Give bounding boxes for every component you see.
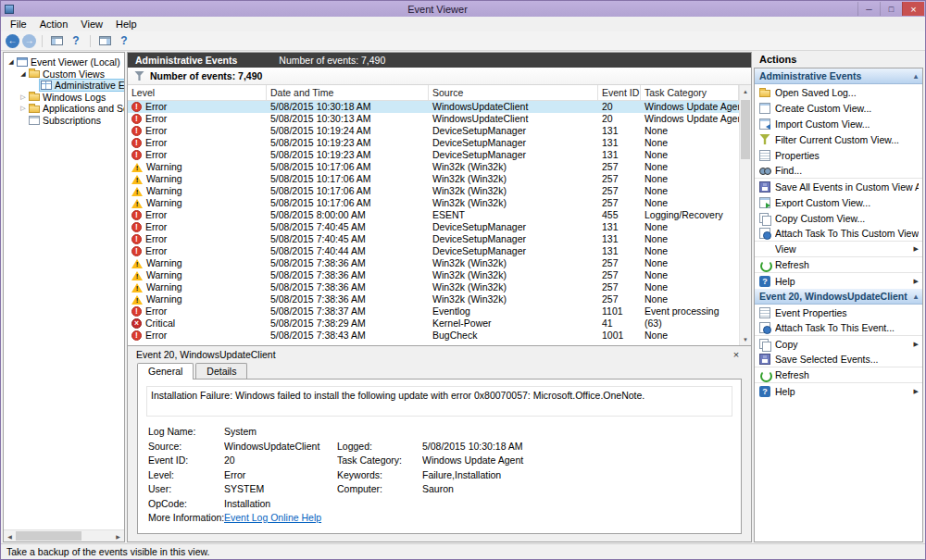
action-import-custom-view[interactable]: Import Custom View... [755,116,922,131]
sidebar-item-event-viewer-local[interactable]: ◢Event Viewer (Local) [4,56,124,68]
sidebar-item-windows-logs[interactable]: ▷Windows Logs [4,92,124,103]
column-header-level[interactable]: Level [128,85,267,100]
action-filter-current-custom-view[interactable]: Filter Current Custom View... [755,131,922,147]
event-row-13[interactable]: Warning5/08/2015 7:38:36 AMWin32k (Win32… [128,257,739,269]
action-label: Attach Task To This Custom View... [775,228,919,239]
action-help[interactable]: Help▶ [755,383,922,399]
event-row-18[interactable]: Critical5/08/2015 7:38:29 AMKernel-Power… [128,317,739,330]
event-row-8[interactable]: Warning5/08/2015 10:17:06 AMWin32k (Win3… [128,197,739,209]
scroll-thumb[interactable] [16,531,81,541]
scroll-track[interactable] [16,530,112,541]
event-row-15[interactable]: Warning5/08/2015 7:38:36 AMWin32k (Win32… [128,281,739,293]
help-topics-button[interactable]: ? [116,32,132,49]
event-row-3[interactable]: Error5/08/2015 10:19:23 AMDeviceSetupMan… [128,137,739,149]
help-button[interactable]: ? [68,32,84,49]
action-export-custom-view[interactable]: Export Custom View... [755,194,922,210]
scroll-track[interactable] [740,97,751,333]
menu-help[interactable]: Help [109,18,144,31]
tree-expander-icon[interactable]: ▷ [19,105,28,112]
tree-expander-icon[interactable]: ◢ [6,58,16,66]
scroll-up-arrow-icon[interactable]: ▲ [740,85,751,97]
action-copy-custom-view[interactable]: Copy Custom View... [755,210,922,226]
event-row-9[interactable]: Error5/08/2015 8:00:00 AMESENT455Logging… [128,209,739,221]
sidebar-item-administrative-events[interactable]: Administrative Events [4,80,124,91]
action-save-selected-events[interactable]: Save Selected Events... [755,352,922,367]
action-create-custom-view[interactable]: Create Custom View... [755,100,922,116]
scroll-down-arrow-icon[interactable]: ▼ [740,333,751,345]
action-help[interactable]: Help▶ [755,273,922,289]
event-row-1[interactable]: Error5/08/2015 10:30:13 AMWindowsUpdateC… [128,113,739,125]
action-copy[interactable]: Copy▶ [755,336,922,352]
actions-section-event-20-windowsupdateclient[interactable]: Event 20, WindowsUpdateClient▴ [755,289,922,305]
show-action-pane-button[interactable] [96,32,113,49]
event-row-17[interactable]: Error5/08/2015 7:38:37 AMEventlog1101Eve… [128,305,739,317]
action-save-all-events-in-custom-view-as[interactable]: Save All Events in Custom View As... [755,179,922,194]
detail-close-button[interactable]: × [730,349,743,360]
sidebar-item-applications-and-services-logs[interactable]: ▷Applications and Services Logs [4,103,124,114]
action-properties[interactable]: Properties [755,147,922,163]
column-header-task-category[interactable]: Task Category [641,85,739,100]
table-vertical-scrollbar[interactable]: ▲ ▼ [739,85,751,345]
tree-node[interactable]: Administrative Events [40,80,125,91]
action-event-properties[interactable]: Event Properties [755,305,922,320]
event-row-7[interactable]: Warning5/08/2015 10:17:06 AMWin32k (Win3… [128,185,739,197]
menu-action[interactable]: Action [33,18,75,31]
back-button[interactable]: ← [6,34,19,48]
tree-node[interactable]: Event Viewer (Local) [16,56,123,68]
tree-expander-icon[interactable]: ▷ [19,93,28,101]
event-viewer-window: Event Viewer ─ □ × FileActionViewHelp ← … [0,0,926,560]
tree-horizontal-scrollbar[interactable]: ◀ ▶ [4,529,124,541]
sidebar-item-subscriptions[interactable]: Subscriptions [4,115,124,126]
collapse-icon[interactable]: ▴ [914,292,918,301]
online-help-link[interactable]: Event Log Online Help [224,513,337,523]
tree-node[interactable]: Applications and Services Logs [28,103,125,114]
tree-item-label: Applications and Services Logs [43,103,125,114]
field-label: Level: [148,470,224,480]
minimize-button[interactable]: ─ [857,2,880,16]
tree-node[interactable]: Subscriptions [28,115,104,126]
column-header-source[interactable]: Source [429,85,598,100]
forward-button[interactable]: → [22,34,36,48]
maximize-button[interactable]: □ [880,2,902,16]
warning-icon [131,282,143,292]
action-find[interactable]: Find... [755,163,922,179]
column-header-date-and-time[interactable]: Date and Time [267,85,429,100]
action-refresh[interactable]: Refresh [755,367,922,383]
close-button[interactable]: × [902,2,924,16]
event-row-12[interactable]: Error5/08/2015 7:40:44 AMDeviceSetupMana… [128,245,739,257]
tree-expander-icon[interactable]: ◢ [19,70,28,78]
event-row-11[interactable]: Error5/08/2015 7:40:45 AMDeviceSetupMana… [128,233,739,245]
event-row-4[interactable]: Error5/08/2015 10:19:23 AMDeviceSetupMan… [128,149,739,161]
event-source: DeviceSetupManager [429,149,598,161]
action-attach-task-to-this-event[interactable]: Attach Task To This Event... [755,320,922,336]
tree-node[interactable]: Windows Logs [28,92,108,103]
event-row-16[interactable]: Warning5/08/2015 7:38:36 AMWin32k (Win32… [128,293,739,305]
scroll-right-arrow-icon[interactable]: ▶ [112,530,124,541]
scroll-left-arrow-icon[interactable]: ◀ [4,530,16,541]
action-attach-task-to-this-custom-view[interactable]: Attach Task To This Custom View... [755,226,922,242]
import-icon [759,118,770,130]
tree-node[interactable]: Custom Views [28,68,107,80]
event-row-6[interactable]: Warning5/08/2015 10:17:06 AMWin32k (Win3… [128,173,739,185]
event-category: None [641,221,739,233]
action-refresh[interactable]: Refresh [755,257,922,273]
scroll-thumb[interactable] [741,100,750,159]
action-open-saved-log[interactable]: Open Saved Log... [755,84,922,100]
column-header-event-id[interactable]: Event ID [598,85,641,100]
menu-file[interactable]: File [4,18,33,31]
actions-section-administrative-events[interactable]: Administrative Events▴ [755,68,922,84]
event-row-14[interactable]: Warning5/08/2015 7:38:36 AMWin32k (Win32… [128,269,739,281]
sidebar-item-custom-views[interactable]: ◢Custom Views [4,68,124,80]
event-row-0[interactable]: Error5/08/2015 10:30:18 AMWindowsUpdateC… [128,101,739,113]
tab-details[interactable]: Details [195,363,247,379]
event-row-10[interactable]: Error5/08/2015 7:40:45 AMDeviceSetupMana… [128,221,739,233]
tab-general[interactable]: General [137,363,194,380]
collapse-icon[interactable]: ▴ [914,72,918,81]
action-view[interactable]: View▶ [755,242,922,257]
menu-view[interactable]: View [74,18,109,31]
event-row-2[interactable]: Error5/08/2015 10:19:24 AMDeviceSetupMan… [128,125,739,137]
field-label: Task Category: [337,455,422,466]
show-console-tree-button[interactable] [48,32,65,49]
event-row-19[interactable]: Error5/08/2015 7:38:43 AMBugCheck1001Non… [128,330,739,342]
event-row-5[interactable]: Warning5/08/2015 10:17:06 AMWin32k (Win3… [128,161,739,173]
